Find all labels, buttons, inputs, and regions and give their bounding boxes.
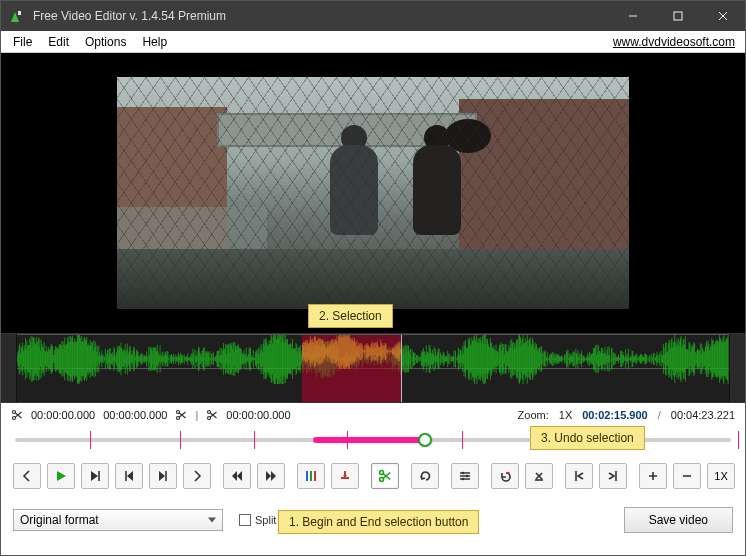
seek-marker[interactable] <box>738 431 739 449</box>
annotation-selection: 2. Selection <box>308 304 393 328</box>
zoom-value: 1X <box>559 409 572 421</box>
save-video-label: Save video <box>649 513 708 527</box>
markers-button[interactable] <box>297 463 325 489</box>
video-scene-fence <box>117 77 629 309</box>
current-time: 00:02:15.900 <box>582 409 647 421</box>
delete-selection-button[interactable] <box>525 463 553 489</box>
seek-marker[interactable] <box>180 431 181 449</box>
svg-rect-0 <box>18 11 21 15</box>
waveform-gutter-right[interactable] <box>729 334 745 402</box>
annotation-undo: 3. Undo selection <box>530 426 645 450</box>
scissors-icon <box>206 409 218 421</box>
menubar: File Edit Options Help www.dvdvideosoft.… <box>1 31 745 53</box>
output-format-select[interactable]: Original format <box>13 509 223 531</box>
output-format-value: Original format <box>20 513 99 527</box>
menu-help[interactable]: Help <box>134 33 175 51</box>
playhead-marker[interactable] <box>401 334 402 402</box>
svg-point-12 <box>462 478 465 481</box>
waveform-gutter-left[interactable] <box>1 334 17 402</box>
settings-button[interactable] <box>451 463 479 489</box>
waveform-selection-orange <box>302 334 402 369</box>
zoom-in-button[interactable] <box>639 463 667 489</box>
video-preview-area <box>1 53 745 333</box>
next-group-button[interactable] <box>183 463 211 489</box>
seek-selection[interactable] <box>313 437 425 443</box>
svg-rect-1 <box>674 12 682 20</box>
set-marker-button[interactable] <box>331 463 359 489</box>
play-button[interactable] <box>47 463 75 489</box>
trim-right-from: 00:00:00.000 <box>226 409 290 421</box>
scissors-icon <box>11 409 23 421</box>
scissors-icon <box>175 409 187 421</box>
minimize-button[interactable] <box>610 1 655 31</box>
window-title: Free Video Editor v. 1.4.54 Premium <box>33 9 610 23</box>
trim-left-to: 00:00:00.000 <box>103 409 167 421</box>
app-window: Free Video Editor v. 1.4.54 Premium File… <box>0 0 746 556</box>
svg-point-10 <box>462 472 465 475</box>
time-sep-slash: / <box>658 409 661 421</box>
rotate-button[interactable] <box>411 463 439 489</box>
zoom-label: Zoom: <box>518 409 549 421</box>
video-frame[interactable] <box>117 77 629 309</box>
seek-thumb[interactable] <box>418 433 432 447</box>
begin-end-selection-button[interactable] <box>371 463 399 489</box>
seek-marker[interactable] <box>462 431 463 449</box>
selection-to-end-button[interactable] <box>599 463 627 489</box>
menu-edit[interactable]: Edit <box>40 33 77 51</box>
go-start-button[interactable] <box>223 463 251 489</box>
time-sep: | <box>195 409 198 421</box>
waveform-track[interactable] <box>1 333 745 403</box>
waveform-selection[interactable] <box>302 334 402 402</box>
svg-point-11 <box>466 475 469 478</box>
step-back-button[interactable] <box>115 463 143 489</box>
total-time: 00:04:23.221 <box>671 409 735 421</box>
waveform-body[interactable] <box>17 334 729 402</box>
seek-marker[interactable] <box>90 431 91 449</box>
prev-group-button[interactable] <box>13 463 41 489</box>
site-link[interactable]: www.dvdvideosoft.com <box>613 35 735 49</box>
trim-left-from: 00:00:00.000 <box>31 409 95 421</box>
zoom-out-button[interactable] <box>673 463 701 489</box>
menu-file[interactable]: File <box>5 33 40 51</box>
close-button[interactable] <box>700 1 745 31</box>
step-forward-button[interactable] <box>149 463 177 489</box>
zoom-reset-button[interactable]: 1X <box>707 463 735 489</box>
seek-marker[interactable] <box>254 431 255 449</box>
app-logo-icon <box>9 8 25 24</box>
annotation-begin-end: 1. Begin and End selection button <box>278 510 479 534</box>
checkbox-box <box>239 514 251 526</box>
selection-to-start-button[interactable] <box>565 463 593 489</box>
go-end-button[interactable] <box>257 463 285 489</box>
maximize-button[interactable] <box>655 1 700 31</box>
time-readout-row: 00:00:00.000 00:00:00.000 | 00:00:00.000… <box>1 403 745 421</box>
play-selection-button[interactable] <box>81 463 109 489</box>
undo-selection-button[interactable] <box>491 463 519 489</box>
edit-toolbar: 1X <box>1 453 745 501</box>
titlebar: Free Video Editor v. 1.4.54 Premium <box>1 1 745 31</box>
menu-options[interactable]: Options <box>77 33 134 51</box>
save-video-button[interactable]: Save video <box>624 507 733 533</box>
svg-point-13 <box>507 472 509 474</box>
